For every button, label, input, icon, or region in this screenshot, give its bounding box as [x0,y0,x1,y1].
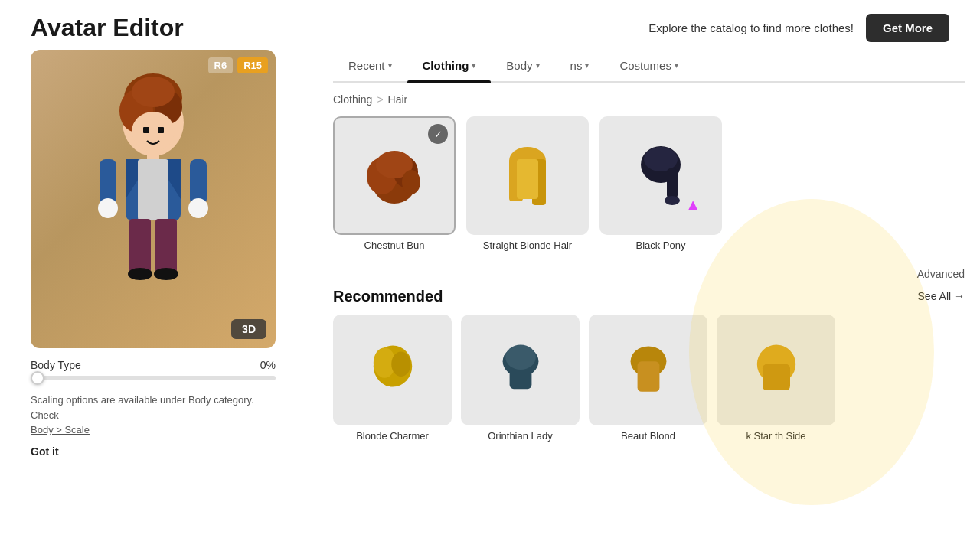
see-all-link[interactable]: See All → [918,290,965,302]
rec-item-star-side: k Star th Side [717,315,835,443]
hair-card-straight-blonde[interactable] [466,116,589,235]
tab-costumes[interactable]: Costumes ▾ [604,50,694,81]
tab-recent[interactable]: Recent ▾ [333,50,407,81]
get-more-button[interactable]: Get More [866,14,949,42]
recommended-header: Recommended See All → [333,288,965,305]
svg-rect-32 [667,168,678,199]
svg-point-25 [402,170,420,194]
recommended-section: Recommended See All → Blonde Charmer [333,288,965,443]
clothing-chevron: ▾ [472,61,475,70]
body-type-section: Body Type 0% [31,359,276,380]
svg-point-33 [665,196,680,205]
svg-rect-29 [517,159,538,199]
svg-point-19 [98,198,118,218]
breadcrumb: Clothing > Hair [333,90,965,106]
badge-r15[interactable]: R15 [237,57,268,73]
rec-name-star-side: k Star th Side [746,430,805,443]
svg-point-31 [644,147,678,171]
svg-point-36 [391,352,410,377]
three-d-button[interactable]: 3D [231,319,266,339]
recommended-grid: Blonde Charmer Orinthian Lady [333,315,965,443]
breadcrumb-hair: Hair [388,93,408,106]
svg-rect-6 [143,127,149,133]
scaling-note: Scaling options are available under Body… [31,393,276,458]
cursor-icon: ▲ [685,196,701,214]
avatar-figure [69,69,237,329]
tab-ns[interactable]: ns ▾ [555,50,605,81]
scaling-note-text: Scaling options are available under Body… [31,393,276,438]
rec-item-beaut-blond: Beaut Blond [589,315,707,443]
body-type-label: Body Type [31,359,81,371]
body-chevron: ▾ [536,61,540,70]
rec-item-blonde-charmer: Blonde Charmer [333,315,452,443]
rec-name-blonde-charmer: Blonde Charmer [356,430,429,443]
rec-card-blonde-charmer[interactable] [333,315,452,425]
hair-item-straight-blonde: Straight Blonde Hair [466,116,589,253]
body-type-slider-track[interactable] [31,376,276,380]
rec-card-beaut-blond[interactable] [589,315,707,425]
svg-point-4 [132,77,175,107]
hair-name-black-pony: Black Pony [635,240,685,253]
header: Avatar Editor Explore the catalog to fin… [0,0,980,50]
svg-rect-13 [129,219,151,272]
page-title: Avatar Editor [31,14,184,42]
avatar-preview: R6 R15 [31,50,276,348]
svg-rect-14 [155,219,177,272]
got-it-button[interactable]: Got it [31,445,59,458]
hair-name-chestnut-bun: Chestnut Bun [364,240,425,253]
recommended-title: Recommended [333,288,443,305]
rec-card-star-side[interactable] [717,315,835,425]
tab-nav: Recent ▾ Clothing ▾ Body ▾ ns ▾ Costumes… [333,50,965,83]
body-type-slider-thumb[interactable] [31,371,44,385]
hair-name-straight-blonde: Straight Blonde Hair [483,240,572,253]
breadcrumb-separator: > [377,93,383,106]
recent-chevron: ▾ [388,61,392,70]
svg-point-20 [188,198,208,218]
rec-item-orinthian-lady: Orinthian Lady [461,315,580,443]
hair-card-chestnut-bun[interactable]: ✓ [333,116,456,235]
hair-grid: ✓ Chestnut Bun [333,116,965,253]
svg-rect-43 [763,364,790,390]
left-panel: R6 R15 [0,50,318,546]
svg-point-16 [154,268,178,280]
chestnut-bun-preview [352,134,436,218]
svg-rect-8 [147,150,159,161]
svg-point-39 [505,345,536,370]
svg-point-15 [128,268,152,280]
body-type-percent: 0% [260,359,276,371]
svg-rect-7 [158,127,164,133]
body-scale-link[interactable]: Body > Scale [31,424,90,435]
hair-item-black-pony: ▲ Black Pony [599,116,722,253]
costumes-chevron: ▾ [675,61,678,70]
svg-rect-10 [138,159,168,220]
svg-point-5 [132,112,175,152]
rec-name-orinthian-lady: Orinthian Lady [488,430,553,443]
advanced-row: Advanced [333,268,965,280]
header-tagline: Explore the catalog to find more clothes… [648,21,854,34]
hair-item-chestnut-bun: ✓ Chestnut Bun [333,116,456,253]
selected-checkmark: ✓ [428,124,448,144]
tab-body[interactable]: Body ▾ [491,50,554,81]
breadcrumb-clothing[interactable]: Clothing [333,93,372,106]
header-right: Explore the catalog to find more clothes… [648,14,949,42]
svg-rect-41 [637,362,659,393]
rec-card-orinthian-lady[interactable] [461,315,580,425]
right-panel: Recent ▾ Clothing ▾ Body ▾ ns ▾ Costumes… [318,50,980,546]
main-layout: R6 R15 [0,50,980,546]
hair-card-black-pony[interactable]: ▲ [599,116,722,235]
rec-name-beaut-blond: Beaut Blond [621,430,675,443]
advanced-label[interactable]: Advanced [917,268,965,280]
ns-chevron: ▾ [585,61,589,70]
straight-blonde-preview [485,134,570,218]
tab-clothing[interactable]: Clothing ▾ [407,50,492,81]
